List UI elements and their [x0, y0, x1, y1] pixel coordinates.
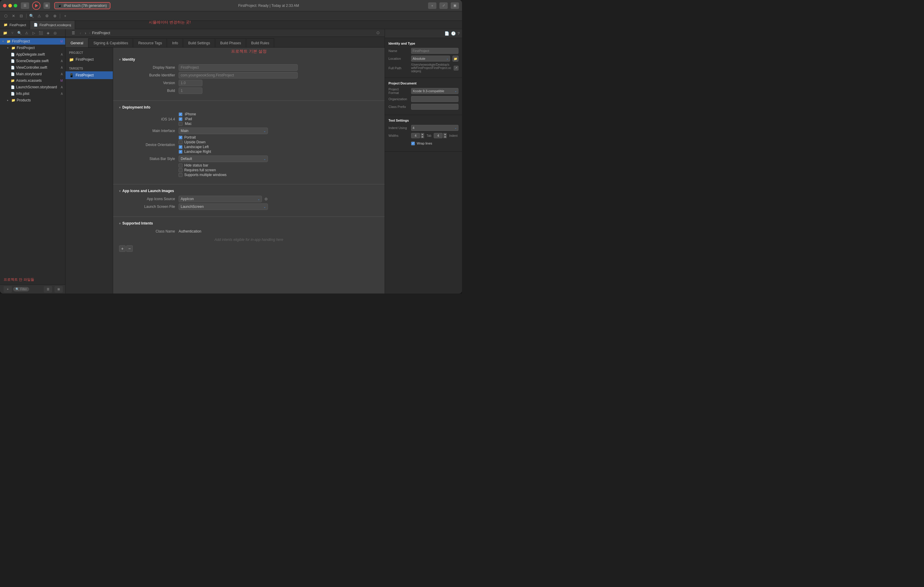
launch-file-select[interactable]: LaunchScreen ⌄ — [178, 203, 268, 210]
report-icon[interactable]: ◎ — [52, 30, 58, 36]
find-icon[interactable]: 🔍 — [16, 30, 23, 36]
add-intent-btn[interactable]: + — [119, 245, 125, 252]
bundle-id-input[interactable]: com.youngwookSong.FirstProject — [178, 72, 298, 79]
iphone-checkbox[interactable] — [178, 112, 183, 116]
rp-location-select[interactable]: Absolute ⌄ — [411, 56, 450, 62]
sidebar-item-products[interactable]: ▸ 📁 Products — [0, 97, 65, 104]
display-name-input[interactable]: FirstProject — [178, 64, 298, 71]
sidebar-item-firstproject-group[interactable]: ▾ 📁 FirstProject — [0, 44, 65, 51]
sidebar-toggle-btn[interactable]: ☰ — [21, 2, 29, 9]
test-icon[interactable]: ▷ — [30, 30, 37, 36]
rp-clock-icon[interactable]: 🕐 — [451, 31, 456, 36]
full-screen-checkbox[interactable] — [178, 168, 183, 172]
split-icon[interactable]: ⊟ — [18, 13, 25, 19]
identity-section-header[interactable]: ▾ Identity — [119, 55, 379, 64]
sidebar-item-launchscreen[interactable]: 📄 LaunchScreen.storyboard A — [0, 84, 65, 90]
wrap-lines-checkbox[interactable] — [411, 141, 415, 145]
tab-build-phases[interactable]: Build Phases — [215, 38, 246, 47]
close-button[interactable] — [3, 4, 7, 7]
settings-scroll: 프로젝트 기본 설정 ▾ Identity Display Name — [113, 48, 384, 294]
indent-increment[interactable]: ▲ — [443, 133, 447, 136]
app-icons-gear-icon[interactable]: ⚙ — [264, 197, 268, 201]
landscape-left-checkbox[interactable] — [178, 145, 183, 149]
x-icon[interactable]: ✕ — [10, 13, 16, 19]
xcodeproj-file-tab[interactable]: 📄 FirstProject.xcodeproj — [30, 21, 75, 29]
rp-path-reveal-btn[interactable]: ↗ — [454, 66, 459, 71]
portrait-checkbox[interactable] — [178, 136, 183, 140]
rp-name-input[interactable]: FirstProject — [411, 48, 459, 54]
tools-icon[interactable]: ⚙ — [44, 13, 50, 19]
rp-prefix-input[interactable] — [411, 104, 459, 110]
mac-checkbox[interactable] — [178, 122, 183, 126]
tab-general[interactable]: General — [66, 38, 88, 47]
add-button[interactable]: + — [428, 2, 436, 9]
debug-icon[interactable]: ⬛ — [38, 30, 44, 36]
filter-bar[interactable]: 🔍 Filter — [13, 287, 29, 291]
tab-increment[interactable]: ▲ — [421, 133, 424, 136]
sidebar-item-firstproject-root[interactable]: ▾ 📁 FirstProject M — [0, 38, 65, 44]
back-arrow[interactable]: ‹ — [79, 31, 82, 35]
sidebar-item-assets[interactable]: 📁 Assets.xcassets M — [0, 77, 65, 84]
rp-file-icon[interactable]: 📄 — [444, 31, 449, 36]
app-icons-section-header[interactable]: ▾ App Icons and Launch Images — [119, 187, 379, 195]
rp-format-select[interactable]: Xcode 9.3-compatible ⌄ — [411, 88, 459, 94]
deployment-section-header[interactable]: ▾ Deployment Info — [119, 103, 379, 112]
rp-org-input[interactable] — [411, 96, 459, 102]
forward-arrow[interactable]: › — [84, 31, 87, 35]
project-item-firstproject[interactable]: 📁 FirstProject — [66, 56, 113, 63]
target-item-firstproject[interactable]: 📱 FirstProject — [66, 71, 113, 79]
sidebar-item-scenedelegate[interactable]: 📄 SceneDelegate.swift A — [0, 58, 65, 64]
issues-icon[interactable]: ⚠ — [23, 30, 30, 36]
sidebar-icon[interactable]: ⬡ — [2, 13, 9, 19]
display-name-text: FirstProject — [181, 66, 199, 69]
file-tabs: 📁 FirstProject 📄 FirstProject.xcodeproj — [0, 21, 462, 29]
sidebar-item-main-storyboard[interactable]: 📄 Main.storyboard A — [0, 71, 65, 77]
tab-decrement[interactable]: ▼ — [421, 136, 424, 138]
plus-icon[interactable]: + — [62, 13, 68, 19]
hide-status-checkbox[interactable] — [178, 164, 183, 168]
ref-icon[interactable]: ⊕ — [51, 13, 58, 19]
sidebar-item-infoplist[interactable]: 📄 Info.plist A — [0, 90, 65, 97]
rp-help-icon[interactable]: ? — [457, 31, 460, 36]
folder-icon[interactable]: 📁 — [2, 30, 8, 36]
device-selector[interactable]: 📱 iPod touch (7th generation) — [54, 2, 111, 9]
inspector-toggle[interactable]: ⬡ — [374, 30, 382, 36]
rp-indent-select[interactable]: 4 ⌄ — [411, 125, 459, 131]
tab-build-rules[interactable]: Build Rules — [246, 38, 274, 47]
navigator-toggle[interactable]: ☰ — [69, 30, 78, 36]
status-bar-select[interactable]: Default ⌄ — [178, 156, 268, 162]
tab-signing[interactable]: Signing & Capabilities — [88, 38, 134, 47]
sidebar-item-appdelegate[interactable]: 📄 AppDelegate.swift A — [0, 51, 65, 58]
source-control-icon[interactable]: ⑂ — [9, 30, 15, 36]
ipad-checkbox[interactable] — [178, 117, 183, 121]
maximize-button[interactable] — [14, 4, 17, 7]
add-file-btn[interactable]: + — [3, 286, 12, 293]
right-panel-toggle[interactable]: ▣ — [451, 2, 459, 9]
run-button[interactable] — [31, 2, 41, 10]
upside-down-checkbox[interactable] — [178, 140, 183, 144]
badge-m: M — [60, 40, 63, 43]
tab-build-settings[interactable]: Build Settings — [183, 38, 215, 47]
remove-intent-btn[interactable]: − — [126, 245, 133, 252]
version-input[interactable]: 1.0 — [178, 80, 203, 86]
project-file-tab[interactable]: 📁 FirstProject — [0, 21, 30, 29]
warning-icon[interactable]: ⚠ — [36, 13, 43, 19]
tab-resource[interactable]: Resource Tags — [133, 38, 167, 47]
breakpoints-icon[interactable]: ◈ — [45, 30, 51, 36]
minimize-button[interactable] — [8, 4, 12, 7]
supported-intents-header[interactable]: ▾ Supported Intents — [119, 219, 379, 227]
search-icon[interactable]: 🔍 — [28, 13, 35, 19]
view-toggle-btn-2[interactable]: ⊞ — [54, 286, 63, 293]
stop-button[interactable] — [43, 2, 50, 9]
app-icons-select[interactable]: AppIcon ⌄ — [178, 196, 262, 202]
view-toggle-btn[interactable]: ☰ — [44, 286, 52, 293]
rp-location-browse-btn[interactable]: 📁 — [452, 56, 459, 62]
sidebar-item-viewcontroller[interactable]: 📄 ViewController.swift A — [0, 64, 65, 71]
multiple-windows-checkbox[interactable] — [178, 173, 183, 177]
build-input[interactable]: 1 — [178, 87, 203, 94]
landscape-right-checkbox[interactable] — [178, 150, 183, 154]
indent-decrement[interactable]: ▼ — [443, 136, 447, 138]
main-interface-select[interactable]: Main ⌄ — [178, 128, 268, 134]
tab-info[interactable]: Info — [167, 38, 183, 47]
fullscreen-button[interactable]: ⤢ — [439, 2, 448, 9]
